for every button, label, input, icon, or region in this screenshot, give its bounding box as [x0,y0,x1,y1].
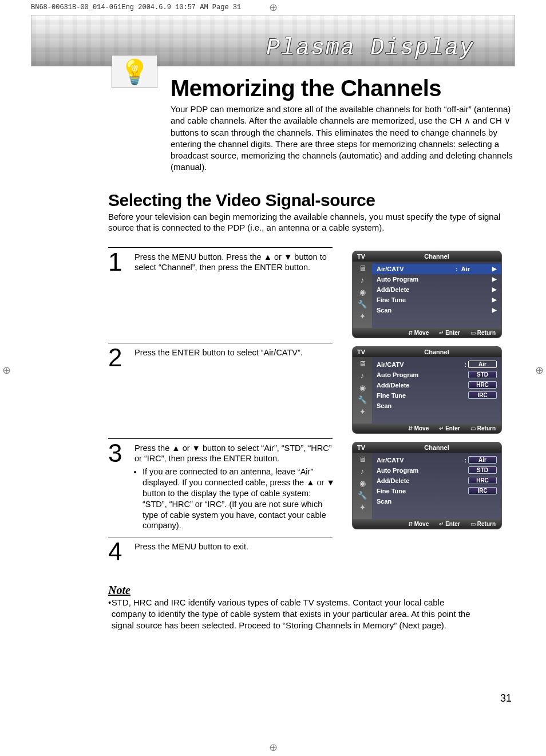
section-intro: Before your television can begin memoriz… [108,211,515,233]
setup-icon: ✦ [359,503,366,512]
osd-item-finetune: Fine Tune IRC [377,486,497,496]
step-1: 1 Press the MENU button. Press the ▲ or … [108,247,515,343]
osd-item-scan: Scan [377,401,497,411]
osd-foot-enter: Enter [439,330,460,336]
osd-tv-label: TV [357,253,377,260]
osd-item-adddelete: Add/Delete HRC [377,380,497,390]
channel-icon: ◉ [359,479,366,488]
step-text: Press the MENU button. Press the ▲ or ▼ … [134,251,335,274]
osd-item-autoprogram: Auto Program STD [377,465,497,476]
osd-item-autoprogram: Auto Program STD [377,370,497,380]
step-text: Press the MENU button to exit. [134,540,335,552]
step-number: 1 [108,251,134,274]
step-number: 2 [108,346,134,369]
osd-option-hrc: HRC [468,381,497,389]
setup-icon: ✦ [359,407,366,416]
channel-icon: ◉ [359,383,366,392]
picture-icon: 🖥 [359,264,366,272]
osd-item-finetune: Fine Tune▶ [377,295,497,305]
osd-item-aircatv: Air/CATV : Air [377,359,497,370]
channel-icon: ◉ [359,288,366,296]
tools-icon: 🔧 [358,395,367,404]
sound-icon: ♪ [361,467,365,476]
osd-option-air: Air [468,456,497,464]
osd-menu-2: TV Channel 🖥 ♪ ◉ 🔧 ✦ Air [352,346,502,434]
osd-item-aircatv: Air/CATV : Air ▶ [372,264,501,274]
osd-item-finetune: Fine Tune IRC [377,390,497,401]
osd-item-scan: Scan▶ [377,305,497,315]
osd-option-std: STD [468,466,497,474]
setup-icon: ✦ [359,312,366,320]
osd-option-irc: IRC [468,487,497,494]
osd-option-std: STD [468,371,497,378]
page-number: 31 [500,692,512,704]
osd-item-adddelete: Add/Delete▶ [377,284,497,295]
osd-menu-3: TV Channel 🖥 ♪ ◉ 🔧 ✦ Air [352,442,502,529]
page-content: Plasma Display 💡 Memorizing the Channels… [0,0,546,632]
step-number: 3 [108,442,134,465]
osd-option-hrc: HRC [468,477,497,484]
tools-icon: 🔧 [358,300,367,308]
osd-option-air: Air [468,361,497,368]
sound-icon: ♪ [361,371,365,380]
osd-item-adddelete: Add/Delete HRC [377,476,497,486]
osd-foot-return: Return [470,330,496,336]
note-heading: Note [108,584,474,597]
osd-item-scan: Scan [377,496,497,506]
manual-page: BN68-00631B-00_014-061Eng 2004.6.9 10:57… [0,0,546,756]
cropmark-bottom: ⊕ [269,741,278,754]
note-text: STD, HRC and IRC identify various types … [112,597,474,632]
osd-item-autoprogram: Auto Program▶ [377,274,497,284]
step-text: Press the ENTER button to select “Air/CA… [134,346,335,358]
banner-title: Plasma Display [266,35,474,61]
bulb-icon: 💡 [112,55,157,88]
osd-option-irc: IRC [468,391,497,399]
steps: 1 Press the MENU button. Press the ▲ or … [108,247,515,568]
tools-icon: 🔧 [358,491,367,500]
step-bullet: If you are connected to an antenna, leav… [143,466,335,531]
section-heading: Selecting the Video Signal-source [108,191,515,210]
chevron-right-icon: ▶ [492,266,497,272]
note-block: Note • STD, HRC and IRC identify various… [108,584,474,632]
step-number: 4 [108,540,134,563]
osd-menu-1: TV Channel 🖥 ♪ ◉ 🔧 ✦ Air [352,251,502,338]
step-3: 3 Press the ▲ or ▼ button to select “Air… [108,438,515,537]
osd-foot-move: Move [408,330,429,336]
picture-icon: 🖥 [359,359,366,368]
step-4: 4 Press the MENU button to exit. [108,537,515,568]
picture-icon: 🖥 [359,455,366,464]
osd-title: Channel [377,253,497,260]
step-text: Press the ▲ or ▼ button to select “Air”,… [134,442,335,533]
osd-item-aircatv: Air/CATV : Air [377,455,497,465]
osd-footer: Move Enter Return [353,328,501,338]
osd-sidebar-icons: 🖥 ♪ ◉ 🔧 ✦ [353,262,372,328]
step-2: 2 Press the ENTER button to select “Air/… [108,343,515,438]
sound-icon: ♪ [361,276,365,284]
header-banner: Plasma Display [31,15,515,66]
page-title: Memorizing the Channels [171,76,515,101]
intro-text: Your PDP can memorize and store all of t… [171,104,515,173]
